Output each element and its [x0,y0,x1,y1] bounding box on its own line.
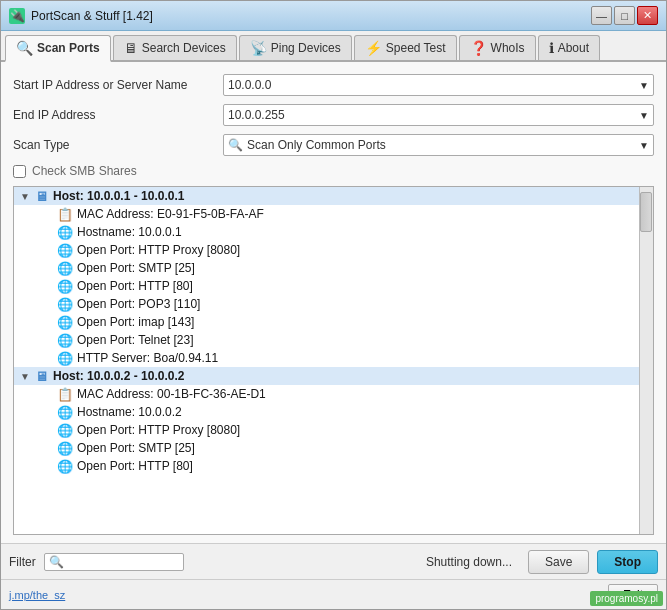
child-icon: 🌐 [56,423,74,437]
child-icon: 🌐 [56,441,74,455]
ping-devices-icon: 📡 [250,40,267,56]
child-icon: 🌐 [56,315,74,329]
end-ip-select[interactable]: 10.0.0.255 ▼ [223,104,654,126]
status-bar: Filter 🔍 Shutting down... Save Stop [1,543,666,579]
tree-item-text: Open Port: HTTP Proxy [8080] [77,243,240,257]
tree-item-text: MAC Address: 00-1B-FC-36-AE-D1 [77,387,266,401]
tree-item-text: Open Port: Telnet [23] [77,333,194,347]
tree-row[interactable]: 🌐 Open Port: imap [143] [14,313,639,331]
host-icon: 🖥 [32,369,50,383]
tree-row[interactable]: 🌐 Open Port: SMTP [25] [14,259,639,277]
minimize-button[interactable]: — [591,6,612,25]
child-icon: 🌐 [56,405,74,419]
tree-view[interactable]: ▼ 🖥 Host: 10.0.0.1 - 10.0.0.1 📋 MAC Addr… [13,186,654,535]
filter-input[interactable] [64,555,174,569]
child-icon: 🌐 [56,459,74,473]
scan-type-select-icon: 🔍 [228,138,243,152]
whois-icon: ❓ [470,40,487,56]
child-icon: 🌐 [56,279,74,293]
tab-ping-devices-label: Ping Devices [271,41,341,55]
save-button[interactable]: Save [528,550,589,574]
tree-item-text: Host: 10.0.0.1 - 10.0.0.1 [53,189,184,203]
host-icon: 🖥 [32,189,50,203]
tree-item-text: Hostname: 10.0.0.1 [77,225,182,239]
watermark: programosy.pl [590,591,663,606]
tree-item-text: Open Port: HTTP [80] [77,279,193,293]
about-icon: ℹ [549,40,554,56]
tree-row[interactable]: 🌐 Open Port: Telnet [23] [14,331,639,349]
footer: j.mp/the_sz Exit [1,579,666,609]
tab-search-devices[interactable]: 🖥 Search Devices [113,35,237,60]
child-icon: 🌐 [56,333,74,347]
tree-row[interactable]: ▼ 🖥 Host: 10.0.0.1 - 10.0.0.1 [14,187,639,205]
tree-item-text: HTTP Server: Boa/0.94.11 [77,351,218,365]
stop-button[interactable]: Stop [597,550,658,574]
close-button[interactable]: ✕ [637,6,658,25]
tree-item-text: MAC Address: E0-91-F5-0B-FA-AF [77,207,264,221]
tree-row[interactable]: 🌐 HTTP Server: Boa/0.94.11 [14,349,639,367]
tree-row[interactable]: 🌐 Open Port: SMTP [25] [14,439,639,457]
scan-ports-icon: 🔍 [16,40,33,56]
tab-whois-label: WhoIs [491,41,525,55]
child-icon: 📋 [56,207,74,221]
tab-bar: 🔍 Scan Ports 🖥 Search Devices 📡 Ping Dev… [1,31,666,62]
child-icon: 🌐 [56,261,74,275]
tree-row[interactable]: 📋 MAC Address: 00-1B-FC-36-AE-D1 [14,385,639,403]
tree-row[interactable]: ▼ 🖥 Host: 10.0.0.2 - 10.0.0.2 [14,367,639,385]
expand-icon[interactable]: ▼ [18,371,32,382]
tree-item-text: Hostname: 10.0.0.2 [77,405,182,419]
start-ip-value: 10.0.0.0 [228,78,271,92]
scan-type-arrow: ▼ [639,140,649,151]
tree-row[interactable]: 📋 MAC Address: E0-91-F5-0B-FA-AF [14,205,639,223]
tab-scan-ports-label: Scan Ports [37,41,100,55]
tree-row[interactable]: 🌐 Open Port: POP3 [110] [14,295,639,313]
window-title: PortScan & Stuff [1.42] [31,9,591,23]
maximize-button[interactable]: □ [614,6,635,25]
child-icon: 🌐 [56,297,74,311]
footer-link[interactable]: j.mp/the_sz [9,589,608,601]
app-icon: 🔌 [9,8,25,24]
scan-type-select[interactable]: 🔍 Scan Only Common Ports ▼ [223,134,654,156]
tree-row[interactable]: 🌐 Hostname: 10.0.0.2 [14,403,639,421]
scan-type-value: Scan Only Common Ports [247,138,386,152]
tree-item-text: Open Port: SMTP [25] [77,441,195,455]
tab-about-label: About [558,41,589,55]
start-ip-row: Start IP Address or Server Name 10.0.0.0… [13,74,654,96]
filter-search-icon: 🔍 [49,555,64,569]
end-ip-label: End IP Address [13,108,223,122]
tab-scan-ports[interactable]: 🔍 Scan Ports [5,35,111,62]
tab-whois[interactable]: ❓ WhoIs [459,35,536,60]
tab-speed-test[interactable]: ⚡ Speed Test [354,35,457,60]
check-smb-checkbox[interactable] [13,165,26,178]
expand-icon[interactable]: ▼ [18,191,32,202]
scrollbar-track[interactable] [639,187,653,534]
scrollbar-thumb[interactable] [640,192,652,232]
speed-test-icon: ⚡ [365,40,382,56]
content-area: Start IP Address or Server Name 10.0.0.0… [1,62,666,543]
end-ip-row: End IP Address 10.0.0.255 ▼ [13,104,654,126]
tree-row[interactable]: 🌐 Open Port: HTTP Proxy [8080] [14,241,639,259]
tab-about[interactable]: ℹ About [538,35,600,60]
tree-row[interactable]: 🌐 Open Port: HTTP [80] [14,277,639,295]
end-ip-arrow: ▼ [639,110,649,121]
title-bar: 🔌 PortScan & Stuff [1.42] — □ ✕ [1,1,666,31]
check-smb-label: Check SMB Shares [32,164,137,178]
main-window: 🔌 PortScan & Stuff [1.42] — □ ✕ 🔍 Scan P… [0,0,667,610]
tab-speed-test-label: Speed Test [386,41,446,55]
tab-search-devices-label: Search Devices [142,41,226,55]
start-ip-select[interactable]: 10.0.0.0 ▼ [223,74,654,96]
filter-label: Filter [9,555,36,569]
tree-row[interactable]: 🌐 Open Port: HTTP Proxy [8080] [14,421,639,439]
title-bar-buttons: — □ ✕ [591,6,658,25]
scan-type-label: Scan Type [13,138,223,152]
tab-ping-devices[interactable]: 📡 Ping Devices [239,35,352,60]
tree-row[interactable]: 🌐 Hostname: 10.0.0.1 [14,223,639,241]
start-ip-arrow: ▼ [639,80,649,91]
check-smb-row: Check SMB Shares [13,164,654,178]
child-icon: 🌐 [56,243,74,257]
tree-item-text: Open Port: SMTP [25] [77,261,195,275]
tree-row[interactable]: 🌐 Open Port: HTTP [80] [14,457,639,475]
child-icon: 🌐 [56,225,74,239]
filter-input-wrap: 🔍 [44,553,184,571]
tree-item-text: Host: 10.0.0.2 - 10.0.0.2 [53,369,184,383]
